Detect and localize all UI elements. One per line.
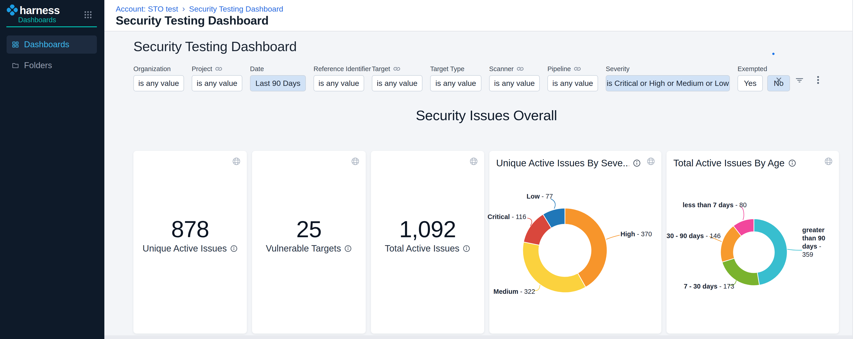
chart-card-age: Total Active Issues By Age (666, 151, 839, 334)
sidebar-nav: Dashboards Folders (0, 28, 104, 75)
filter-label: Project (192, 65, 212, 73)
donut-slice-high[interactable] (565, 208, 607, 287)
panel-actions (775, 76, 819, 84)
slice-label-medium: Medium - 322 (493, 287, 535, 295)
horizontal-scrollbar-track[interactable] (104, 335, 852, 339)
globe-icon[interactable] (824, 157, 833, 166)
info-icon[interactable] (788, 159, 796, 167)
chart-title: Total Active Issues By Age (673, 158, 784, 169)
sidebar-item-label: Folders (24, 61, 52, 70)
filter-scanner-value[interactable]: is any value (489, 75, 540, 91)
filter-label: Exempted (738, 65, 767, 73)
stat-card-vulnerable-targets: 25 Vulnerable Targets (252, 151, 366, 334)
age-donut-chart (720, 219, 787, 286)
filter-exempted-yes-button[interactable]: Yes (738, 75, 763, 91)
main-area: Account: STO test › Security Testing Das… (104, 0, 852, 339)
slice-label-low: Low - 77 (527, 192, 553, 200)
stat-label: Total Active Issues (385, 243, 459, 254)
filter-project-value[interactable]: is any value (192, 75, 242, 91)
harness-logo-icon[interactable] (7, 4, 18, 16)
filter-label: Organization (133, 65, 170, 73)
breadcrumb: Account: STO test › Security Testing Das… (116, 4, 283, 13)
close-icon[interactable] (775, 77, 782, 83)
stat-label: Unique Active Issues (143, 243, 227, 254)
globe-icon[interactable] (232, 157, 241, 166)
cards-row: 878 Unique Active Issues 25 (133, 151, 839, 334)
chart-card-severity: Unique Active Issues By Seve... (489, 151, 661, 334)
app-switcher-icon[interactable] (84, 11, 92, 19)
slice-label-30-90-days: 30 - 90 days - 146 (666, 232, 721, 240)
filter-label: Severity (606, 65, 629, 73)
sidebar-item-label: Dashboards (24, 40, 69, 49)
stat-label: Vulnerable Targets (266, 243, 341, 254)
filter-reference-identifier: Reference Identifier is any value (313, 65, 364, 91)
dashboards-icon (12, 41, 19, 48)
info-icon[interactable] (344, 245, 352, 252)
link-icon (215, 65, 222, 72)
breadcrumb-account-link[interactable]: Account: STO test (116, 4, 178, 13)
filter-date: Date Last 90 Days (250, 65, 306, 91)
slice-label-critical: Critical - 116 (488, 213, 526, 221)
filter-label: Reference Identifier (313, 65, 371, 73)
filter-scanner: Scanner is any value (489, 65, 540, 91)
filter-label: Pipeline (548, 65, 571, 73)
product-name: Dashboards (18, 16, 56, 24)
sidebar-item-dashboards[interactable]: Dashboards (7, 35, 97, 54)
filter-target: Target is any value (372, 65, 423, 91)
filter-target-value[interactable]: is any value (372, 75, 423, 91)
folder-icon (12, 62, 19, 69)
filter-date-value[interactable]: Last 90 Days (250, 75, 306, 91)
kebab-menu-icon[interactable] (817, 76, 819, 84)
link-icon (393, 65, 400, 72)
filter-organization-value[interactable]: is any value (133, 75, 184, 91)
breadcrumb-dashboard-link[interactable]: Security Testing Dashboard (189, 4, 283, 13)
stat-card-total-active-issues: 1,092 Total Active Issues (371, 151, 484, 334)
brand-block: harness Dashboards (0, 0, 104, 28)
cursor-dot (772, 53, 775, 55)
dashboard-content: Security Testing Dashboard (104, 31, 852, 339)
page-header: Account: STO test › Security Testing Das… (104, 0, 852, 31)
info-icon[interactable] (230, 245, 238, 252)
sidebar-item-folders[interactable]: Folders (7, 56, 97, 75)
stat-card-unique-active-issues: 878 Unique Active Issues (133, 151, 247, 334)
stat-value: 1,092 (371, 216, 484, 243)
filter-label: Scanner (489, 65, 514, 73)
filter-pipeline-value[interactable]: is any value (548, 75, 598, 91)
right-rail (852, 0, 868, 339)
chart-title: Unique Active Issues By Seve... (496, 158, 629, 169)
stat-value: 25 (252, 216, 366, 243)
section-heading: Security Issues Overall (133, 107, 839, 123)
severity-donut-chart (523, 208, 607, 293)
slice-label-high: High - 370 (620, 230, 652, 238)
globe-icon[interactable] (351, 157, 360, 166)
filter-project: Project is any value (192, 65, 242, 91)
filter-pipeline: Pipeline is any value (548, 65, 598, 91)
filter-bar: Organization is any value Project is any… (133, 65, 839, 91)
slice-label-less-than-7-days: less than 7 days - 80 (683, 201, 747, 209)
filter-target-type-value[interactable]: is any value (430, 75, 482, 91)
globe-icon[interactable] (646, 157, 655, 166)
breadcrumb-separator: › (182, 4, 185, 13)
brand-wordmark: harness (20, 4, 60, 17)
stat-value: 878 (133, 216, 247, 243)
dashboard-panel-title: Security Testing Dashboard (133, 39, 839, 54)
globe-icon[interactable] (469, 157, 478, 166)
filter-severity-value[interactable]: is Critical or High or Medium or Low (606, 75, 730, 91)
info-icon[interactable] (463, 245, 470, 252)
filter-target-type: Target Type is any value (430, 65, 482, 91)
filter-organization: Organization is any value (133, 65, 184, 91)
donut-slice-greater-than-90-days[interactable] (754, 219, 787, 285)
slice-label-greater-than-90-days: greater than 90 days - 359 (802, 226, 827, 259)
donut-slice-7---30-days[interactable] (722, 258, 760, 286)
filter-label: Target (372, 65, 390, 73)
link-icon (517, 65, 524, 72)
filter-label: Date (250, 65, 264, 73)
sidebar: harness Dashboards Dashboards (0, 0, 104, 339)
page-title: Security Testing Dashboard (116, 13, 269, 27)
filter-reference-identifier-value[interactable]: is any value (313, 75, 364, 91)
donut-slice-medium[interactable] (523, 242, 586, 293)
slice-label-7-30-days: 7 - 30 days - 173 (684, 282, 734, 290)
info-icon[interactable] (633, 159, 641, 167)
filter-icon[interactable] (796, 77, 804, 83)
link-icon (574, 65, 581, 72)
